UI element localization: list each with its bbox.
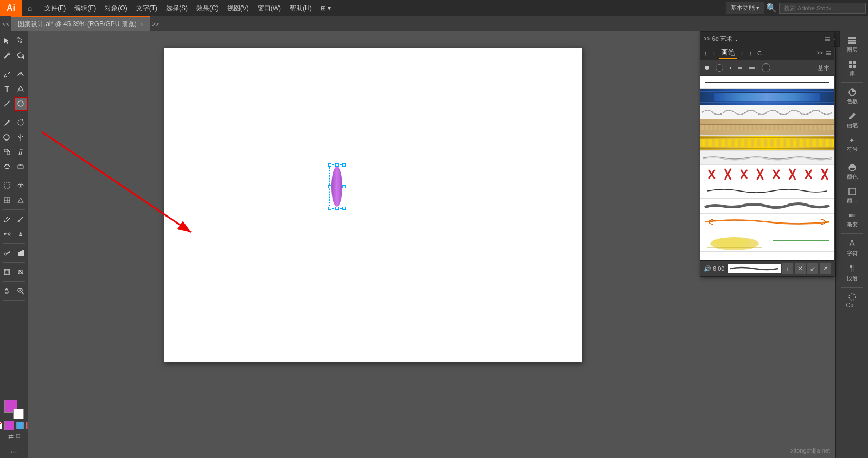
tool-select[interactable] — [0, 34, 14, 48]
tool-zoom[interactable] — [14, 284, 28, 298]
brush-list[interactable] — [700, 76, 834, 260]
tool-eyedropper[interactable] — [0, 212, 14, 226]
tool-rotate[interactable] — [0, 130, 14, 144]
panel-btn-library[interactable]: 库 — [838, 58, 866, 80]
brush-item-11[interactable] — [700, 230, 834, 252]
brush-tab-3[interactable]: ↕ — [739, 50, 745, 56]
menu-view[interactable]: 视图(V) — [223, 0, 253, 16]
panel-btn-gradient[interactable]: 渐变 — [838, 208, 866, 231]
tool-scale[interactable] — [0, 145, 14, 159]
panel-btn-brush[interactable]: 画笔 — [838, 109, 866, 132]
purple-ellipse-object[interactable] — [331, 167, 342, 207]
brush-export-button[interactable]: ↗ — [820, 263, 831, 274]
brush-item-4[interactable] — [700, 119, 834, 136]
tool-hand[interactable] — [0, 284, 14, 298]
tab-close-icon[interactable]: × — [140, 21, 143, 27]
brush-item-5[interactable] — [700, 136, 834, 151]
tool-line[interactable] — [0, 97, 14, 111]
brush-tab-scatter[interactable]: ↕ — [703, 50, 709, 56]
tool-perspective[interactable] — [14, 193, 28, 207]
tool-shape-builder[interactable] — [14, 179, 28, 193]
brush-tab-calligraphy[interactable]: 画笔 — [719, 48, 737, 59]
selected-object[interactable] — [329, 164, 344, 209]
tool-measure[interactable] — [14, 212, 28, 226]
brush-new-button[interactable]: + — [782, 263, 793, 274]
tool-text[interactable]: T — [0, 82, 14, 96]
brush-item-8[interactable] — [700, 183, 834, 199]
workspace-button[interactable]: 基本功能 ▾ — [726, 2, 764, 14]
tool-reflect[interactable] — [14, 130, 28, 144]
tool-live-paint[interactable] — [14, 227, 28, 241]
tool-warp[interactable] — [0, 160, 14, 174]
menu-grid[interactable]: ⊞ ▾ — [316, 0, 335, 16]
brush-item-1[interactable] — [700, 76, 834, 89]
panel-btn-opacity[interactable]: Op... — [838, 290, 866, 311]
brush-item-7[interactable] — [700, 165, 834, 183]
brush-dot-large[interactable] — [716, 64, 723, 72]
tool-reshape[interactable] — [14, 160, 28, 174]
home-icon[interactable]: ⌂ — [22, 0, 38, 16]
menu-window[interactable]: 窗口(W) — [253, 0, 285, 16]
brush-item-10[interactable] — [700, 214, 834, 230]
tool-brush[interactable] — [0, 116, 14, 130]
brush-panel-menu-icon[interactable] — [824, 36, 831, 42]
brush-delete-button[interactable]: ✕ — [795, 263, 806, 274]
tool-shear[interactable] — [14, 145, 28, 159]
brush-dot-xlarge[interactable] — [762, 63, 770, 72]
menu-select[interactable]: 选择(S) — [162, 0, 192, 16]
menu-object[interactable]: 对象(O) — [100, 0, 131, 16]
menu-edit[interactable]: 编辑(E) — [70, 0, 100, 16]
tool-curvature[interactable] — [14, 67, 28, 81]
brush-dot-dash2[interactable] — [749, 67, 755, 69]
search-input[interactable] — [779, 3, 866, 14]
tool-slice[interactable] — [14, 265, 28, 279]
tool-ellipse[interactable] — [14, 97, 28, 111]
panel-btn-color-picker[interactable]: 颜色 — [838, 161, 866, 183]
tool-blend[interactable] — [0, 227, 14, 241]
brush-dot-dash1[interactable] — [738, 67, 742, 69]
tool-lasso[interactable] — [14, 48, 28, 62]
swatch-blue[interactable] — [16, 422, 24, 429]
brush-panel-expand-btn[interactable]: >> — [704, 36, 710, 42]
tab-document[interactable]: 图案设计.ai* @ 45.39% (RGB/GPU 预览) × — [11, 16, 150, 31]
brush-panel-overflow[interactable]: >> — [816, 50, 823, 56]
panel-btn-appearance[interactable]: 颜... — [838, 185, 866, 207]
panel-btn-symbols[interactable]: ✦ 符号 — [838, 133, 866, 156]
brush-tab-4[interactable]: ↕ — [748, 50, 754, 56]
menu-text[interactable]: 文字(T) — [132, 0, 162, 16]
tab-arrows-right[interactable]: >> — [150, 21, 162, 27]
brush-dot-tiny[interactable] — [730, 67, 731, 69]
tool-pen[interactable] — [0, 67, 14, 81]
tool-symbol-sprayer[interactable] — [0, 246, 14, 260]
tool-free-transform[interactable] — [0, 179, 14, 193]
brush-tab-5[interactable]: C — [756, 50, 763, 56]
tab-arrows-left[interactable]: << — [0, 21, 11, 27]
brush-list-menu-icon[interactable] — [825, 50, 832, 56]
swatch-pink[interactable] — [4, 421, 14, 430]
menu-help[interactable]: 帮助(H) — [285, 0, 316, 16]
default-colors-icon[interactable]: ◻ — [16, 432, 20, 440]
panel-btn-paragraph[interactable]: ¶ 段落 — [838, 261, 866, 285]
tool-direct-select[interactable] — [14, 34, 28, 48]
more-tools-button[interactable]: ··· — [11, 447, 17, 456]
brush-item-3[interactable] — [700, 105, 834, 119]
swap-colors-icon[interactable]: ⇄ — [8, 432, 14, 440]
menu-effect[interactable]: 效果(C) — [192, 0, 223, 16]
tool-magic-wand[interactable] — [0, 48, 14, 62]
tool-mesh[interactable] — [0, 193, 14, 207]
tool-touch-type[interactable] — [14, 82, 28, 96]
tool-artboard[interactable] — [0, 265, 14, 279]
brush-import-button[interactable]: ↙ — [807, 263, 818, 274]
fill-stroke-selector[interactable] — [4, 400, 24, 419]
menu-file[interactable]: 文件(F) — [40, 0, 70, 16]
brush-item-9[interactable] — [700, 199, 834, 214]
panel-btn-layers[interactable]: 图层 — [838, 34, 866, 56]
brush-item-2[interactable] — [700, 89, 834, 105]
none-color[interactable] — [0, 422, 2, 429]
brush-dot-small[interactable] — [705, 66, 709, 70]
brush-tab-art2[interactable]: ↕ — [711, 50, 718, 56]
panel-btn-color-panel[interactable]: 色板 — [838, 85, 866, 108]
stroke-color[interactable] — [13, 409, 24, 419]
panel-btn-glyph[interactable]: A 字符 — [838, 236, 866, 260]
tool-graph[interactable] — [14, 246, 28, 260]
